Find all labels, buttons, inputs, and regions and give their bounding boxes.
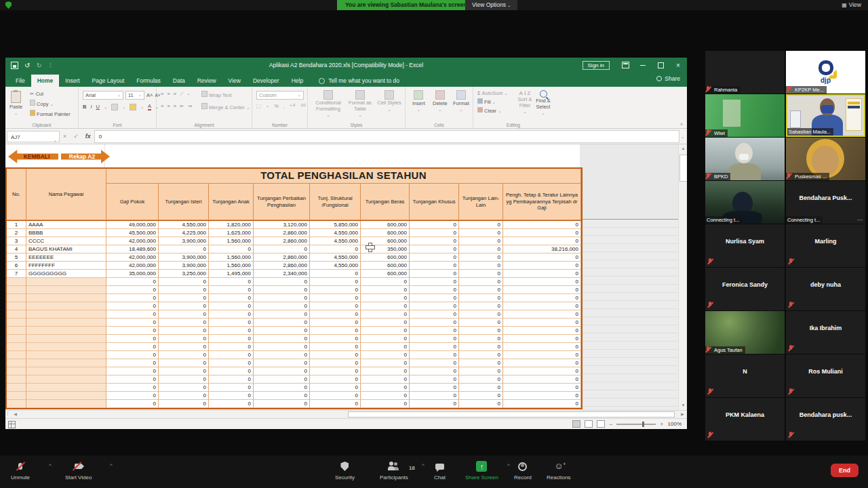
participant-tile[interactable]: Puskesmas ... <box>786 138 865 180</box>
conditional-formatting-button[interactable]: Conditional Formatting⌄ <box>313 90 343 117</box>
cell[interactable]: 0 <box>410 221 459 229</box>
font-family-select[interactable]: Arial ⌄ <box>83 91 123 100</box>
cell[interactable]: 0 <box>209 310 254 319</box>
cell[interactable]: 42,000,000 <box>106 253 159 262</box>
cell[interactable]: 0 <box>209 367 254 375</box>
underline-button[interactable]: U <box>96 104 100 110</box>
cell[interactable] <box>26 351 106 359</box>
cell[interactable]: 0 <box>254 343 310 351</box>
cell[interactable] <box>26 335 106 343</box>
cell[interactable]: 0 <box>310 294 361 302</box>
cell[interactable]: 0 <box>106 327 159 335</box>
cell[interactable]: 0 <box>310 384 361 392</box>
cell[interactable]: 600,000 <box>361 229 410 237</box>
cell[interactable] <box>7 294 26 302</box>
cell[interactable] <box>26 359 106 367</box>
cell[interactable]: 0 <box>209 245 254 253</box>
cell[interactable]: 0 <box>459 237 503 245</box>
cell[interactable]: 0 <box>254 384 310 392</box>
participant-tile[interactable]: Wiwi <box>705 94 785 137</box>
formula-cancel-icon[interactable]: × <box>63 133 66 140</box>
close-button[interactable]: × <box>669 58 687 73</box>
horizontal-scroll-thumb[interactable] <box>348 411 675 418</box>
more-options-icon[interactable]: ⋯ <box>857 217 863 223</box>
decrease-indent-icon[interactable]: ⇤ <box>180 103 184 109</box>
cell[interactable]: 2,340,000 <box>254 270 310 278</box>
cell[interactable]: 0 <box>361 392 410 400</box>
participant-tile[interactable]: Sabastian Maula... <box>786 94 865 137</box>
cell[interactable]: 0 <box>410 229 459 237</box>
cell[interactable]: 0 <box>106 286 159 294</box>
cell[interactable]: EEEEEEE <box>26 253 106 262</box>
cell[interactable]: 0 <box>310 375 361 384</box>
cell[interactable]: 2,860,000 <box>254 253 310 262</box>
cell[interactable]: 0 <box>503 335 581 343</box>
collapse-ribbon-icon[interactable]: ˄ <box>680 122 683 127</box>
cell[interactable] <box>26 367 106 375</box>
participant-tile[interactable]: BPKD <box>705 138 785 180</box>
fill-color-icon[interactable] <box>130 104 136 110</box>
cell[interactable]: 0 <box>459 229 503 237</box>
cell[interactable]: 0 <box>459 262 503 270</box>
cell[interactable]: 0 <box>361 351 410 359</box>
cell[interactable]: 0 <box>310 351 361 359</box>
name-box[interactable]: AJ7⌄ <box>7 131 60 142</box>
cell[interactable] <box>26 400 106 408</box>
view-options-button[interactable]: View Options ⌄ <box>465 0 517 10</box>
cell[interactable]: 0 <box>209 384 254 392</box>
cell[interactable]: 0 <box>254 286 310 294</box>
cell[interactable]: 0 <box>209 351 254 359</box>
cell[interactable]: 0 <box>361 343 410 351</box>
cell[interactable] <box>26 310 106 319</box>
cell[interactable]: 3,900,000 <box>159 237 209 245</box>
tab-view[interactable]: View <box>222 75 247 87</box>
cell[interactable]: 0 <box>503 253 581 262</box>
tab-data[interactable]: Data <box>167 75 191 87</box>
participant-tile[interactable]: Feronica Sandy <box>705 268 785 310</box>
cell[interactable]: 49,000,000 <box>106 221 159 229</box>
participant-tile[interactable]: N <box>705 354 785 397</box>
bold-button[interactable]: B <box>83 104 86 110</box>
cell[interactable]: 42,000,000 <box>106 237 159 245</box>
cell[interactable]: 0 <box>459 359 503 367</box>
align-bottom-icon[interactable]: ≡ <box>174 91 176 98</box>
zoom-slider-thumb[interactable] <box>642 422 644 427</box>
cell[interactable]: 0 <box>310 392 361 400</box>
cell[interactable]: 0 <box>310 343 361 351</box>
vertical-scroll-thumb[interactable] <box>679 155 687 182</box>
cell[interactable] <box>7 327 26 335</box>
cell[interactable]: 1,560,000 <box>209 262 254 270</box>
cell[interactable]: 0 <box>310 367 361 375</box>
share-button[interactable]: Share <box>656 75 680 82</box>
cell[interactable]: 600,000 <box>361 270 410 278</box>
clear-button[interactable]: Clear ⌄ <box>477 107 508 114</box>
cell[interactable]: 0 <box>503 400 581 408</box>
cell[interactable]: 0 <box>410 294 459 302</box>
cell[interactable] <box>7 335 26 343</box>
cell[interactable]: 0 <box>254 310 310 319</box>
record-button[interactable]: Record <box>514 461 532 481</box>
cell[interactable]: 0 <box>410 343 459 351</box>
cell[interactable]: 0 <box>410 384 459 392</box>
cell[interactable]: 4,550,000 <box>310 229 361 237</box>
cell[interactable]: 0 <box>361 286 410 294</box>
header-cell[interactable]: Pengh. Tetap & Teratur Lainnya yg Pembay… <box>503 184 581 220</box>
cell[interactable]: 38,216,000 <box>503 245 581 253</box>
zoom-in-icon[interactable]: + <box>660 421 663 428</box>
cell[interactable]: 0 <box>410 327 459 335</box>
cell[interactable]: 0 <box>106 359 159 367</box>
ribbon-display-options-icon[interactable] <box>616 58 634 73</box>
cell[interactable]: 4,550,000 <box>310 262 361 270</box>
cell[interactable]: GGGGGGGGG <box>26 270 106 278</box>
participants-button[interactable]: Participants 18 <box>380 461 408 481</box>
insert-function-icon[interactable]: fx <box>85 133 91 140</box>
cell[interactable]: 0 <box>159 319 209 327</box>
align-top-icon[interactable]: ≡ <box>161 91 163 98</box>
cell[interactable]: 0 <box>361 302 410 310</box>
zoom-out-icon[interactable]: − <box>609 421 612 428</box>
cell[interactable]: 7 <box>7 270 26 278</box>
cell[interactable]: 0 <box>459 294 503 302</box>
vertical-scrollbar[interactable]: ▲ ▼ <box>678 144 687 410</box>
cell[interactable]: 0 <box>459 319 503 327</box>
cell[interactable] <box>7 302 26 310</box>
